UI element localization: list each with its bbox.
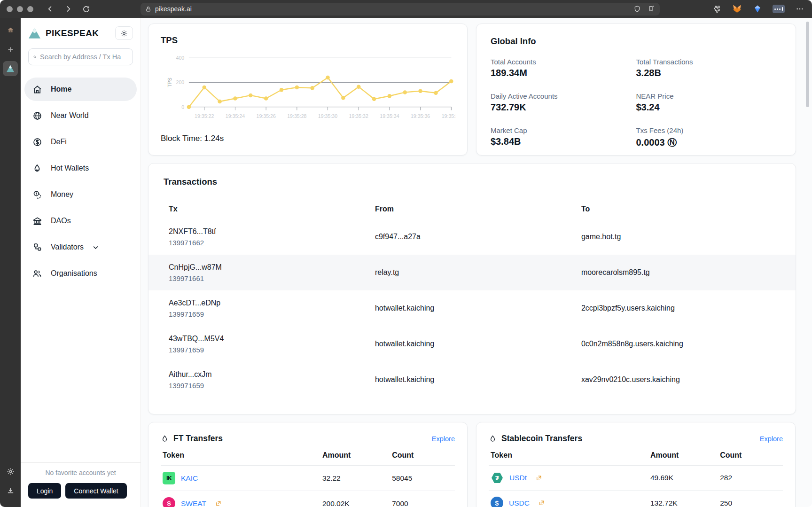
token-link[interactable]: KAIC (181, 474, 198, 483)
table-row[interactable]: CnHpjG...w87M139971661 relay.tg moorecar… (148, 255, 796, 290)
table-row[interactable]: 43wTBQ...M5V4139971659 hotwallet.kaichin… (148, 326, 796, 362)
bookmark-icon[interactable] (648, 5, 655, 13)
column-header-amount: Amount (322, 451, 392, 460)
password-manager-icon[interactable] (773, 5, 785, 13)
login-button[interactable]: Login (28, 483, 61, 499)
token-link[interactable]: SWEAT (181, 499, 206, 507)
tps-title: TPS (161, 35, 455, 46)
flame-icon (161, 435, 169, 443)
external-link-icon[interactable] (536, 475, 542, 481)
sidebar-nav: Home Near World DeFi Hot Wallets Money (21, 78, 141, 288)
metamask-fox-icon[interactable] (731, 3, 742, 15)
column-header-to: To (581, 205, 775, 213)
close-window-button[interactable] (7, 6, 13, 12)
to-account[interactable]: moorecarolsm895.tg (581, 268, 775, 277)
sidebar-item-hot-wallets[interactable]: Hot Wallets (24, 156, 137, 180)
svg-text:19:35:32: 19:35:32 (349, 113, 368, 119)
token-link[interactable]: USDt (509, 474, 527, 482)
ft-explore-link[interactable]: Explore (432, 435, 455, 443)
block-number-link[interactable]: 139971659 (169, 310, 375, 318)
tx-hash[interactable]: Aithur...cxJm (169, 370, 375, 379)
list-item[interactable]: IKKAIC 32.22 58045 (161, 466, 455, 491)
transactions-table: Tx From To 2NXFT6...T8tf139971662 c9f947… (148, 199, 796, 398)
svg-text:19:35:38: 19:35:38 (442, 113, 456, 119)
table-row[interactable]: Aithur...cxJm139971659 hotwallet.kaichin… (148, 362, 796, 398)
from-account[interactable]: hotwallet.kaiching (375, 375, 581, 384)
home-icon (31, 85, 43, 94)
to-account[interactable]: game.hot.tg (581, 233, 775, 241)
sidebar-item-label: DAOs (51, 217, 71, 225)
downloads-icon[interactable] (3, 483, 18, 498)
token-count: 7000 (392, 499, 453, 507)
block-number-link[interactable]: 139971659 (169, 382, 375, 390)
column-header-count: Count (392, 451, 453, 460)
sidebar-item-defi[interactable]: DeFi (24, 130, 137, 154)
url-bar[interactable]: pikespeak.ai (141, 3, 660, 16)
svg-text:19:35:28: 19:35:28 (287, 113, 306, 119)
svg-text:19:35:22: 19:35:22 (195, 113, 214, 119)
to-account[interactable]: 2ccpi3bpzf5y.users.kaiching (581, 304, 775, 312)
list-item[interactable]: $USDC 132.72K 250 (489, 491, 783, 507)
global-info-card: Global Info Total Accounts189.34M Total … (476, 23, 796, 156)
block-number-link[interactable]: 139971662 (169, 239, 375, 247)
sidebar-item-home[interactable]: Home (24, 78, 137, 101)
coins-icon (31, 190, 43, 200)
new-tab-button[interactable] (3, 42, 18, 57)
table-row[interactable]: 2NXFT6...T8tf139971662 c9f947...a27a gam… (148, 219, 796, 255)
scrollbar-thumb[interactable] (806, 22, 809, 107)
connect-wallet-button[interactable]: Connect Wallet (65, 483, 126, 499)
from-account[interactable]: c9f947...a27a (375, 233, 581, 241)
shield-icon[interactable] (633, 5, 641, 13)
stablecoin-explore-link[interactable]: Explore (760, 435, 783, 443)
stat-total-accounts: Total Accounts189.34M (491, 58, 636, 78)
active-tab-pikespeak-icon[interactable] (3, 61, 18, 76)
reload-button[interactable] (79, 2, 93, 16)
from-account[interactable]: hotwallet.kaiching (375, 304, 581, 312)
stat-total-transactions: Total Transactions3.28B (636, 58, 782, 78)
table-row[interactable]: Ae3cDT...eDNp139971659 hotwallet.kaichin… (148, 290, 796, 326)
extensions-puzzle-icon[interactable] (710, 3, 722, 15)
tx-hash[interactable]: 43wTBQ...M5V4 (169, 335, 375, 343)
ft-transfers-card: FT Transfers Explore Token Amount Count … (148, 422, 468, 507)
flame-icon (489, 435, 497, 443)
list-item[interactable]: SSWEAT 200.02K 7000 (161, 491, 455, 507)
tps-card: TPS 0200400TPS19:35:2219:35:2419:35:2619… (148, 23, 468, 156)
browser-chrome: pikespeak.ai (0, 0, 812, 18)
list-item[interactable]: ₮ USDt 49.69K 282 (489, 466, 783, 491)
block-number-link[interactable]: 139971661 (169, 274, 375, 282)
pinned-tab-home-icon[interactable] (3, 23, 18, 38)
external-link-icon[interactable] (215, 500, 221, 507)
sidebar-item-validators[interactable]: Validators (24, 235, 137, 259)
app-sidebar: PIKESPEAK Home Near World (21, 18, 141, 507)
external-link-icon[interactable] (539, 500, 545, 506)
sidebar-item-label: Money (51, 190, 73, 199)
forward-button[interactable] (62, 2, 75, 16)
sidebar-item-money[interactable]: Money (24, 183, 137, 206)
token-link[interactable]: USDC (509, 499, 530, 507)
sidebar-item-near-world[interactable]: Near World (24, 104, 137, 127)
from-account[interactable]: relay.tg (375, 268, 581, 277)
to-account[interactable]: 0c0n2m858n8g.users.kaiching (581, 340, 775, 348)
minimize-window-button[interactable] (17, 6, 23, 12)
tx-hash[interactable]: Ae3cDT...eDNp (169, 299, 375, 307)
usdt-token-icon: ₮ (491, 472, 504, 484)
sidebar-item-daos[interactable]: DAOs (24, 209, 137, 233)
settings-gear-icon[interactable] (3, 464, 18, 479)
ft-transfers-title: FT Transfers (173, 434, 427, 444)
token-amount: 32.22 (322, 474, 392, 483)
search-input[interactable] (40, 53, 128, 61)
kite-diamond-icon[interactable] (752, 3, 763, 15)
transactions-header-row: Tx From To (148, 199, 796, 219)
tx-hash[interactable]: 2NXFT6...T8tf (169, 227, 375, 236)
tx-hash[interactable]: CnHpjG...w87M (169, 263, 375, 272)
zoom-window-button[interactable] (27, 6, 33, 12)
sidebar-item-organisations[interactable]: Organisations (24, 262, 137, 285)
back-button[interactable] (44, 2, 57, 16)
sidebar-search (28, 48, 133, 65)
to-account[interactable]: xav29nv0210c.users.kaiching (581, 375, 775, 384)
theme-toggle-button[interactable] (115, 26, 133, 40)
from-account[interactable]: hotwallet.kaiching (375, 340, 581, 348)
block-number-link[interactable]: 139971659 (169, 346, 375, 354)
more-menu-icon[interactable] (794, 3, 805, 15)
token-count: 282 (720, 474, 781, 482)
